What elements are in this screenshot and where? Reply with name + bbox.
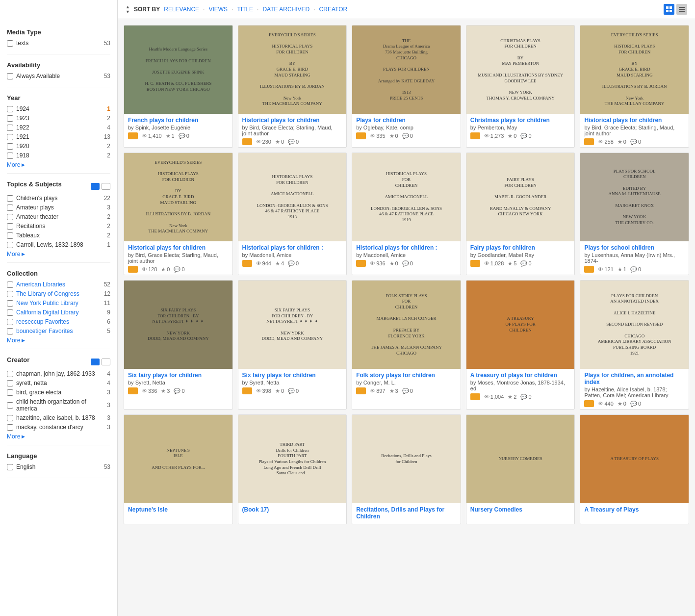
hazeltine-checkbox[interactable]	[7, 415, 13, 421]
always-available-checkbox[interactable]	[7, 73, 13, 79]
sort-views[interactable]: VIEWS	[208, 6, 228, 13]
carroll-checkbox[interactable]	[7, 242, 13, 248]
book-card[interactable]: Heath's Modern Language Series FRENCH PL…	[124, 25, 233, 148]
childrens-plays-checkbox[interactable]	[7, 195, 13, 202]
sidebar-item-1918[interactable]: 1918 2	[7, 152, 110, 159]
sidebar-item-tableaux[interactable]: Tableaux 2	[7, 232, 110, 239]
nypl-link[interactable]: New York Public Library	[16, 300, 78, 307]
book-title[interactable]: Historical plays for children :	[356, 244, 457, 251]
sidebar-item-1924[interactable]: 1924 1	[7, 105, 110, 112]
book-title[interactable]: Folk story plays for children	[356, 372, 457, 379]
texts-checkbox[interactable]	[7, 40, 13, 47]
recitations-checkbox[interactable]	[7, 223, 13, 230]
sidebar-item-amateur-theater[interactable]: Amateur theater 2	[7, 213, 110, 220]
sidebar-item-nypl[interactable]: New York Public Library 11	[7, 300, 110, 307]
reeseccup-link[interactable]: reeseccup Favorites	[16, 318, 69, 325]
amateur-plays-checkbox[interactable]	[7, 205, 13, 211]
creator-more-link[interactable]: More	[7, 433, 110, 440]
american-libraries-link[interactable]: American Libraries	[16, 281, 65, 288]
book-title[interactable]: Historical plays for children	[128, 244, 229, 251]
book-title[interactable]: Historical plays for children :	[242, 244, 343, 251]
library-of-congress-link[interactable]: The Library of Congress	[16, 290, 79, 297]
book-title[interactable]: Six fairy plays for children	[242, 372, 343, 379]
library-of-congress-checkbox[interactable]	[7, 291, 13, 297]
mackay-checkbox[interactable]	[7, 424, 13, 431]
sidebar-item-1922[interactable]: 1922 4	[7, 124, 110, 131]
sidebar-item-carroll[interactable]: Carroll, Lewis, 1832-1898 1	[7, 241, 110, 248]
book-card[interactable]: EVERYCHILD'S SERIES HISTORICAL PLAYS FOR…	[580, 25, 689, 148]
book-card[interactable]: THE Drama League of America 736 Marquett…	[352, 25, 461, 148]
book-card[interactable]: NURSERY COMEDIESNursery Comedies	[466, 414, 575, 524]
creator-filter-icon-2[interactable]	[102, 359, 110, 365]
book-title[interactable]: Neptune's Isle	[128, 506, 229, 513]
book-title[interactable]: A Treasury of Plays	[584, 506, 685, 513]
grid-view-button[interactable]	[664, 4, 674, 15]
book-title[interactable]: Plays for children, an annotated index	[584, 372, 685, 385]
year-1918-checkbox[interactable]	[7, 153, 13, 159]
bouncetiger-link[interactable]: bouncetiger Favorites	[16, 328, 73, 334]
bouncetiger-checkbox[interactable]	[7, 328, 13, 334]
sort-relevance[interactable]: RELEVANCE	[164, 6, 199, 13]
book-title[interactable]: Plays for children	[356, 117, 457, 124]
topics-more-link[interactable]: More	[7, 251, 110, 257]
book-card[interactable]: PLAYS FOR SCHOOL CHILDREN EDITED BY ANNA…	[580, 153, 689, 275]
book-card[interactable]: CHRISTMAS PLAYS FOR CHILDREN BY MAY PEMB…	[466, 25, 575, 148]
book-card[interactable]: THIRD PART Drills for Children FOURTH PA…	[238, 414, 347, 524]
california-checkbox[interactable]	[7, 309, 13, 316]
sidebar-item-syrett[interactable]: syrett, netta 4	[7, 380, 110, 386]
book-title[interactable]: Fairy plays for children	[470, 244, 571, 251]
sidebar-item-1921[interactable]: 1921 13	[7, 133, 110, 140]
sidebar-item-bird[interactable]: bird, grace electa 3	[7, 389, 110, 396]
sort-date-archived[interactable]: DATE ARCHIVED	[262, 6, 309, 13]
amateur-theater-checkbox[interactable]	[7, 214, 13, 220]
book-title[interactable]: Plays for school children	[584, 244, 685, 251]
sidebar-item-always-available[interactable]: Always Available 53	[7, 73, 110, 79]
creator-filter-icon-1[interactable]	[91, 359, 100, 365]
year-1920-checkbox[interactable]	[7, 143, 13, 150]
book-card[interactable]: SIX FAIRY PLAYS FOR CHILDREN · BY NETTA …	[124, 280, 233, 410]
sidebar-item-hazeltine[interactable]: hazeltine, alice isabel, b. 1878 3	[7, 414, 110, 421]
california-link[interactable]: California Digital Library	[16, 309, 78, 316]
topics-filter-icon-2[interactable]	[102, 183, 110, 190]
book-card[interactable]: Recitations, Drills and Plays for Childr…	[352, 414, 461, 524]
book-title[interactable]: Historical plays for children	[242, 117, 343, 124]
sidebar-item-library-of-congress[interactable]: The Library of Congress 12	[7, 290, 110, 297]
english-checkbox[interactable]	[7, 464, 13, 470]
book-title[interactable]: A treasury of plays for children	[470, 372, 571, 379]
bird-checkbox[interactable]	[7, 389, 13, 396]
american-libraries-checkbox[interactable]	[7, 282, 13, 288]
nypl-checkbox[interactable]	[7, 300, 13, 307]
book-card[interactable]: FAIRY PLAYS FOR CHILDREN MABEL R. GOODLA…	[466, 153, 575, 275]
sort-title[interactable]: TITLE	[237, 6, 253, 13]
book-title[interactable]: (Book 17)	[242, 506, 343, 513]
book-card[interactable]: NEPTUNE'S ISLE AND OTHER PLAYS FOR...Nep…	[124, 414, 233, 524]
sidebar-item-reeseccup[interactable]: reeseccup Favorites 6	[7, 318, 110, 325]
year-more-link[interactable]: More	[7, 161, 110, 168]
sidebar-item-1923[interactable]: 1923 2	[7, 115, 110, 122]
sidebar-item-california[interactable]: California Digital Library 9	[7, 309, 110, 316]
tableaux-checkbox[interactable]	[7, 232, 13, 239]
topics-filter-icon-1[interactable]	[91, 183, 100, 190]
sidebar-item-recitations[interactable]: Recitations 2	[7, 223, 110, 230]
book-card[interactable]: A TREASURY OF PLAYS FOR CHILDRENA treasu…	[466, 280, 575, 410]
book-card[interactable]: SIX FAIRY PLAYS FOR CHILDREN · BY NETTA …	[238, 280, 347, 410]
book-card[interactable]: PLAYS FOR CHILDREN AN ANNOTATED INDEX AL…	[580, 280, 689, 410]
list-view-button[interactable]	[676, 4, 687, 15]
collection-more-link[interactable]: More	[7, 337, 110, 344]
sidebar-item-amateur-plays[interactable]: Amateur plays 3	[7, 204, 110, 211]
sidebar-item-child-health[interactable]: child health organization of america 3	[7, 398, 110, 412]
book-title[interactable]: French plays for children	[128, 117, 229, 124]
reeseccup-checkbox[interactable]	[7, 319, 13, 325]
book-title[interactable]: Nursery Comedies	[470, 506, 571, 513]
year-1921-checkbox[interactable]	[7, 134, 13, 140]
year-1922-checkbox[interactable]	[7, 125, 13, 131]
sidebar-item-childrens-plays[interactable]: Children's plays 22	[7, 195, 110, 202]
book-card[interactable]: EVERYCHILD'S SERIES HISTORICAL PLAYS FOR…	[124, 153, 233, 275]
sidebar-item-1920[interactable]: 1920 2	[7, 143, 110, 150]
book-title[interactable]: Six fairy plays for children	[128, 372, 229, 379]
year-1923-checkbox[interactable]	[7, 115, 13, 122]
book-title[interactable]: Historical plays for children	[584, 117, 685, 124]
sidebar-item-english[interactable]: English 53	[7, 463, 110, 470]
chapman-checkbox[interactable]	[7, 371, 13, 377]
book-title[interactable]: Christmas plays for children	[470, 117, 571, 124]
